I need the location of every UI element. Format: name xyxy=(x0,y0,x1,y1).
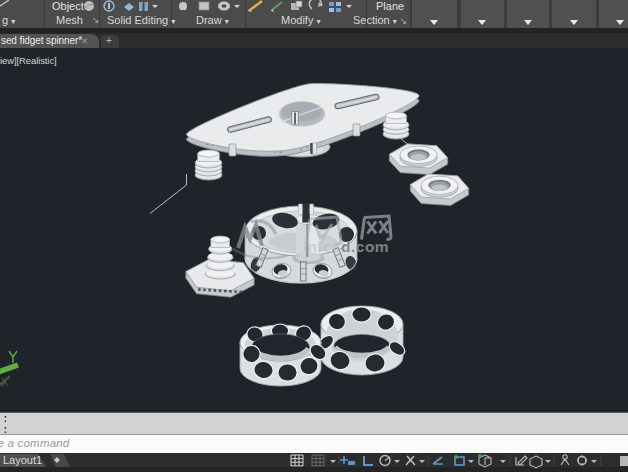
svg-text:iew][Realistic]: iew][Realistic] xyxy=(0,55,57,66)
svg-text:Layout1: Layout1 xyxy=(3,454,42,466)
svg-text:d.com: d.com xyxy=(341,238,389,255)
svg-text:mfca: mfca xyxy=(303,238,341,255)
